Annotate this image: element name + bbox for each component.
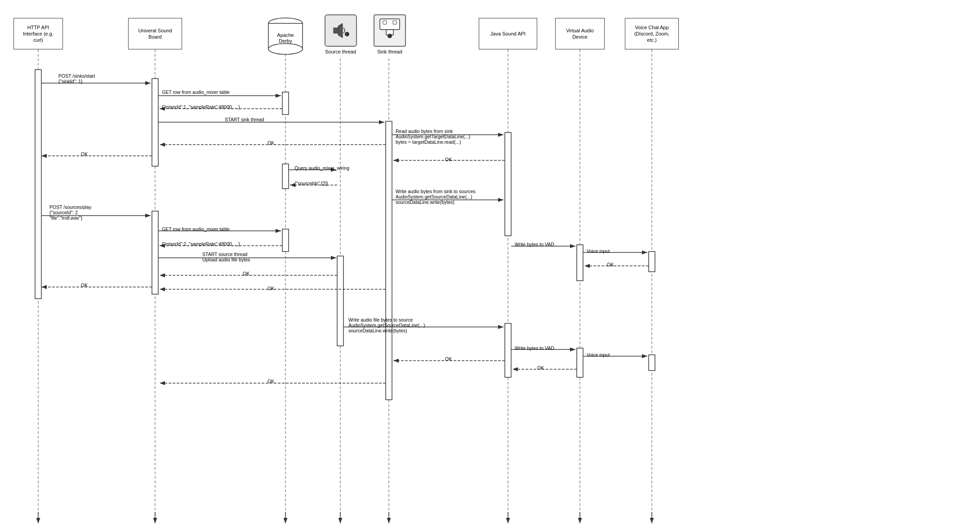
msg-ok-java-sink: OK: [445, 157, 452, 162]
svg-rect-25: [505, 132, 511, 236]
msg-ok-vc-vad: OK: [607, 262, 614, 267]
svg-rect-18: [152, 79, 158, 166]
msg-start-source: START source threadUpload audio file byt…: [202, 252, 250, 262]
msg-get-row-2: GET row from audio_mixer table: [162, 226, 230, 232]
svg-point-64: [345, 32, 349, 36]
diagram-svg: [0, 0, 980, 530]
diagram: HTTP API Interface (e.g. curl) Univeral …: [0, 0, 980, 530]
msg-ok-java-sink2: OK: [445, 356, 452, 362]
svg-point-60: [268, 44, 303, 54]
actor-javasound: Java Sound API: [479, 18, 537, 49]
msg-ok-sink-usb: OK: [267, 140, 274, 146]
msg-get-row-1: GET row from audio_mixer table: [162, 89, 230, 95]
msg-voice-input-1: Voice input: [587, 248, 610, 254]
msg-ok-vad-java: OK: [537, 365, 544, 371]
actor-vad: Virtual Audio Device: [555, 18, 605, 49]
actor-http: HTTP API Interface (e.g. curl): [13, 18, 63, 49]
msg-write-vad-2: Write bytes to VAD: [515, 345, 554, 351]
svg-rect-24: [386, 121, 392, 400]
svg-rect-29: [649, 252, 655, 272]
msg-voice-input-2: Voice input: [587, 352, 610, 358]
actor-usb: Univeral Sound Board: [128, 18, 182, 49]
msg-query-wiring: Query audio_mixer_wiring: [294, 165, 349, 171]
msg-ok-usb-http2: OK: [81, 283, 88, 288]
msg-ok-sink-usb2: OK: [267, 286, 274, 291]
svg-rect-17: [35, 70, 41, 299]
msg-mixer-id-2: {"mixerId":2, "sampleRate":48000, ...}: [162, 241, 240, 247]
msg-ok-sink-usb3: OK: [267, 379, 274, 384]
actor-derby: Apache Derby: [265, 17, 306, 55]
actor-voicechat: Voice Chat App (Discord, Zoom, etc.): [625, 18, 679, 49]
msg-mixer-id-1: {"mixerId":1, "sampleRate":48000, ...}: [162, 104, 240, 110]
svg-text:Apache: Apache: [277, 32, 294, 38]
msg-start-sink: START sink thread: [225, 117, 264, 122]
svg-rect-27: [577, 245, 583, 281]
svg-rect-22: [282, 229, 289, 252]
msg-write-vad-1: Write bytes to VAD: [515, 242, 554, 247]
svg-rect-63: [334, 28, 338, 33]
msg-write-audio-file: Write audio file bytes to sourceAudioSys…: [348, 317, 425, 333]
actor-sink: Sink thread: [370, 14, 410, 59]
msg-post-sinks-start: POST /sinks/start{"sinkId": 1}: [58, 73, 95, 84]
svg-rect-65: [380, 19, 400, 30]
msg-ok-usb-http: OK: [81, 151, 88, 157]
svg-rect-23: [337, 256, 343, 346]
msg-post-sources-play: POST /sources/play{"sourceId": 2"file":"…: [49, 204, 91, 221]
msg-ok-source-usb: OK: [243, 271, 249, 276]
svg-text:Derby: Derby: [279, 38, 292, 44]
svg-rect-20: [282, 92, 289, 115]
msg-source-ids: {"sourceIds":[2]}: [294, 181, 328, 186]
svg-rect-28: [577, 348, 583, 377]
svg-rect-26: [505, 323, 511, 377]
svg-rect-21: [282, 164, 289, 189]
svg-rect-19: [152, 211, 158, 294]
svg-point-69: [388, 34, 392, 38]
actor-source: Source thread: [321, 14, 360, 59]
msg-write-audio-bytes: Write audio bytes from sink to sourcesAu…: [396, 189, 476, 205]
svg-rect-30: [649, 355, 655, 371]
msg-read-audio-bytes: Read audio bytes from sinkAudioSystem.ge…: [396, 128, 470, 145]
